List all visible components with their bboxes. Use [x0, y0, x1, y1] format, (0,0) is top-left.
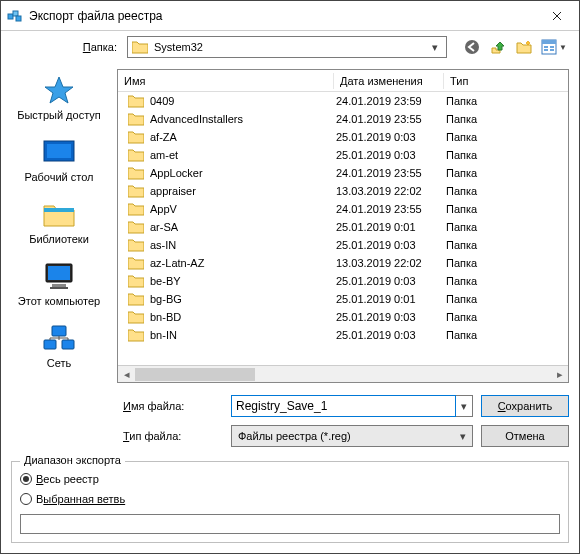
new-folder-icon: [516, 39, 532, 55]
list-item[interactable]: be-BY 25.01.2019 0:03 Папка: [118, 272, 568, 290]
scroll-right-icon[interactable]: ▸: [551, 366, 568, 383]
svg-rect-20: [62, 340, 74, 349]
close-button[interactable]: [537, 2, 577, 30]
list-item[interactable]: az-Latn-AZ 13.03.2019 22:02 Папка: [118, 254, 568, 272]
save-button[interactable]: Сохранить: [481, 395, 569, 417]
folder-icon: [128, 166, 144, 180]
folder-icon: [128, 292, 144, 306]
filetype-label: Тип файла:: [117, 430, 223, 442]
list-item[interactable]: AppLocker 24.01.2019 23:55 Папка: [118, 164, 568, 182]
back-icon: [464, 39, 480, 55]
scroll-track[interactable]: [135, 366, 551, 382]
scroll-thumb[interactable]: [135, 368, 255, 381]
folder-icon: [128, 184, 144, 198]
horizontal-scrollbar[interactable]: ◂ ▸: [118, 365, 568, 382]
column-type[interactable]: Тип: [444, 73, 504, 89]
list-item[interactable]: am-et 25.01.2019 0:03 Папка: [118, 146, 568, 164]
folder-icon: [128, 220, 144, 234]
path-row: Папка: System32 ▾ ▼: [1, 31, 579, 63]
item-type: Папка: [446, 329, 506, 341]
item-type: Папка: [446, 257, 506, 269]
scroll-left-icon[interactable]: ◂: [118, 366, 135, 383]
item-name: AppLocker: [150, 167, 336, 179]
folder-icon: [128, 148, 144, 162]
folder-icon: [128, 328, 144, 342]
place-network[interactable]: Сеть: [1, 319, 117, 379]
quick-access-icon: [40, 75, 78, 105]
item-type: Папка: [446, 149, 506, 161]
item-name: am-et: [150, 149, 336, 161]
list-item[interactable]: appraiser 13.03.2019 22:02 Папка: [118, 182, 568, 200]
list-item[interactable]: as-IN 25.01.2019 0:03 Папка: [118, 236, 568, 254]
column-name[interactable]: Имя: [118, 73, 334, 89]
chevron-down-icon: ▾: [428, 41, 442, 54]
radio-all[interactable]: Весь реестр: [20, 470, 560, 488]
new-folder-button[interactable]: [513, 36, 535, 58]
list-item[interactable]: 0409 24.01.2019 23:59 Папка: [118, 92, 568, 110]
folder-select[interactable]: System32 ▾: [127, 36, 447, 58]
item-date: 25.01.2019 0:03: [336, 311, 446, 323]
item-date: 25.01.2019 0:03: [336, 239, 446, 251]
list-item[interactable]: AppV 24.01.2019 23:55 Папка: [118, 200, 568, 218]
file-rows: 0409 24.01.2019 23:59 Папка AdvancedInst…: [118, 92, 568, 365]
folder-name: System32: [154, 41, 428, 53]
list-item[interactable]: af-ZA 25.01.2019 0:03 Папка: [118, 128, 568, 146]
filename-dropdown[interactable]: ▾: [456, 395, 473, 417]
svg-rect-13: [44, 208, 74, 212]
svg-rect-7: [544, 46, 548, 48]
export-range-group: Диапазон экспорта Весь реестр Выбранная …: [11, 461, 569, 543]
radio-button-icon: [20, 493, 32, 505]
list-item[interactable]: bn-BD 25.01.2019 0:03 Папка: [118, 308, 568, 326]
item-date: 25.01.2019 0:03: [336, 131, 446, 143]
item-type: Папка: [446, 293, 506, 305]
list-item[interactable]: ar-SA 25.01.2019 0:01 Папка: [118, 218, 568, 236]
cancel-button[interactable]: Отмена: [481, 425, 569, 447]
item-type: Папка: [446, 95, 506, 107]
branch-input[interactable]: [20, 514, 560, 534]
svg-rect-9: [550, 46, 554, 48]
item-type: Папка: [446, 221, 506, 233]
item-date: 13.03.2019 22:02: [336, 257, 446, 269]
column-headers: Имя Дата изменения Тип: [118, 70, 568, 92]
item-name: bn-BD: [150, 311, 336, 323]
svg-rect-10: [550, 49, 554, 51]
dialog-window: Экспорт файла реестра Папка: System32 ▾: [0, 0, 580, 554]
place-this-pc[interactable]: Этот компьютер: [1, 257, 117, 317]
desktop-icon: [40, 137, 78, 167]
view-button[interactable]: ▼: [539, 36, 569, 58]
item-name: af-ZA: [150, 131, 336, 143]
window-title: Экспорт файла реестра: [29, 9, 537, 23]
folder-icon: [132, 40, 148, 54]
item-type: Папка: [446, 113, 506, 125]
filetype-row: Тип файла: Файлы реестра (*.reg) ▾ Отмен…: [117, 421, 569, 451]
item-date: 25.01.2019 0:03: [336, 149, 446, 161]
svg-rect-15: [48, 266, 70, 280]
item-date: 24.01.2019 23:59: [336, 95, 446, 107]
item-date: 25.01.2019 0:01: [336, 293, 446, 305]
svg-point-3: [465, 40, 479, 54]
file-list: Имя Дата изменения Тип 0409 24.01.2019 2…: [117, 69, 569, 383]
place-quick-access[interactable]: Быстрый доступ: [1, 71, 117, 131]
back-button[interactable]: [461, 36, 483, 58]
filename-input[interactable]: [231, 395, 456, 417]
radio-branch[interactable]: Выбранная ветвь: [20, 490, 560, 508]
folder-label: Папка:: [11, 41, 121, 53]
folder-icon: [128, 112, 144, 126]
place-desktop[interactable]: Рабочий стол: [1, 133, 117, 193]
filetype-select[interactable]: Файлы реестра (*.reg) ▾: [231, 425, 473, 447]
list-item[interactable]: bn-IN 25.01.2019 0:03 Папка: [118, 326, 568, 344]
group-title: Диапазон экспорта: [20, 454, 125, 466]
list-item[interactable]: AdvancedInstallers 24.01.2019 23:55 Папк…: [118, 110, 568, 128]
item-type: Папка: [446, 311, 506, 323]
list-item[interactable]: bg-BG 25.01.2019 0:01 Папка: [118, 290, 568, 308]
places-bar: Быстрый доступ Рабочий стол Библиотеки Э…: [1, 63, 117, 457]
item-type: Папка: [446, 275, 506, 287]
place-libraries[interactable]: Библиотеки: [1, 195, 117, 255]
item-name: ar-SA: [150, 221, 336, 233]
item-date: 13.03.2019 22:02: [336, 185, 446, 197]
toolbar: ▼: [453, 36, 569, 58]
chevron-down-icon: ▾: [461, 400, 467, 413]
column-date[interactable]: Дата изменения: [334, 73, 444, 89]
up-button[interactable]: [487, 36, 509, 58]
item-name: appraiser: [150, 185, 336, 197]
